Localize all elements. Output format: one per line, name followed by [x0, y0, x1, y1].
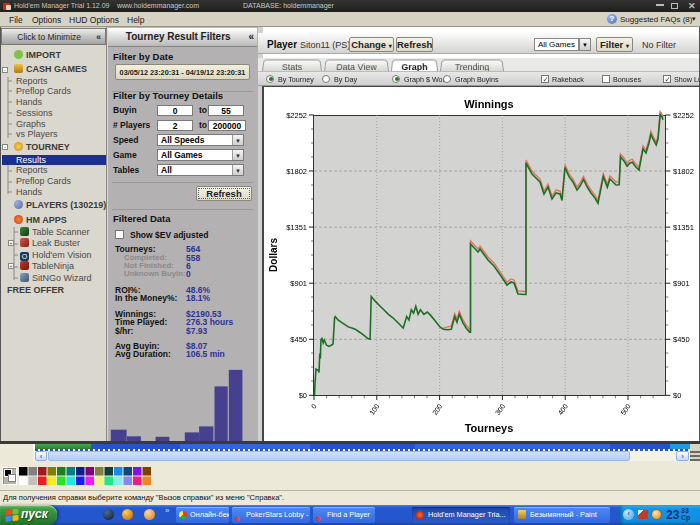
- svg-text:$1802: $1802: [673, 167, 694, 176]
- svg-text:$901: $901: [290, 279, 307, 288]
- svg-text:$1351: $1351: [673, 223, 694, 232]
- svg-text:$450: $450: [290, 335, 307, 344]
- svg-text:Tourneys: Tourneys: [465, 422, 514, 434]
- svg-text:$2252: $2252: [286, 111, 307, 120]
- svg-text:$0: $0: [299, 391, 307, 400]
- svg-text:$1351: $1351: [286, 223, 307, 232]
- svg-text:$1802: $1802: [286, 167, 307, 176]
- svg-text:$901: $901: [673, 279, 690, 288]
- svg-text:500: 500: [619, 402, 631, 416]
- svg-text:$0: $0: [673, 391, 681, 400]
- svg-text:$450: $450: [673, 335, 690, 344]
- svg-text:Dollars: Dollars: [268, 238, 279, 272]
- svg-text:100: 100: [368, 402, 380, 416]
- svg-text:$2252: $2252: [673, 111, 694, 120]
- svg-text:200: 200: [431, 402, 443, 416]
- svg-text:300: 300: [494, 402, 506, 416]
- svg-text:Winnings: Winnings: [464, 98, 513, 110]
- svg-text:400: 400: [557, 402, 569, 416]
- svg-text:0: 0: [310, 402, 318, 409]
